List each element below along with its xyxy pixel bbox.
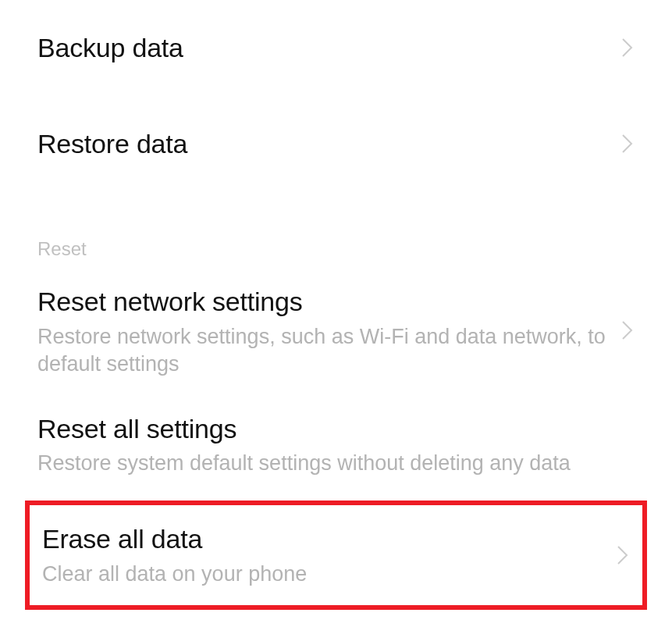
item-title: Erase all data [42, 522, 630, 556]
highlighted-item-erase-all-data: Erase all data Clear all data on your ph… [25, 501, 647, 610]
item-title: Reset network settings [37, 285, 635, 319]
chevron-right-icon [620, 319, 635, 341]
list-item-restore-data[interactable]: Restore data [0, 96, 672, 192]
item-subtitle: Clear all data on your phone [42, 561, 630, 588]
list-item-erase-all-data[interactable]: Erase all data Clear all data on your ph… [30, 505, 642, 605]
item-title: Backup data [37, 31, 635, 65]
item-subtitle: Restore network settings, such as Wi-Fi … [37, 323, 635, 378]
item-title: Reset all settings [37, 412, 635, 446]
list-item-reset-all-settings[interactable]: Reset all settings Restore system defaul… [0, 395, 672, 495]
chevron-right-icon [620, 133, 635, 155]
chevron-right-icon [616, 544, 630, 566]
list-item-backup-data[interactable]: Backup data [0, 0, 672, 96]
item-subtitle: Restore system default settings without … [37, 450, 635, 477]
settings-list: Backup data Restore data Reset Reset net… [0, 0, 672, 610]
list-item-reset-network-settings[interactable]: Reset network settings Restore network s… [0, 266, 672, 395]
item-title: Restore data [37, 127, 635, 161]
chevron-right-icon [620, 37, 635, 59]
section-header-reset: Reset [0, 191, 672, 266]
